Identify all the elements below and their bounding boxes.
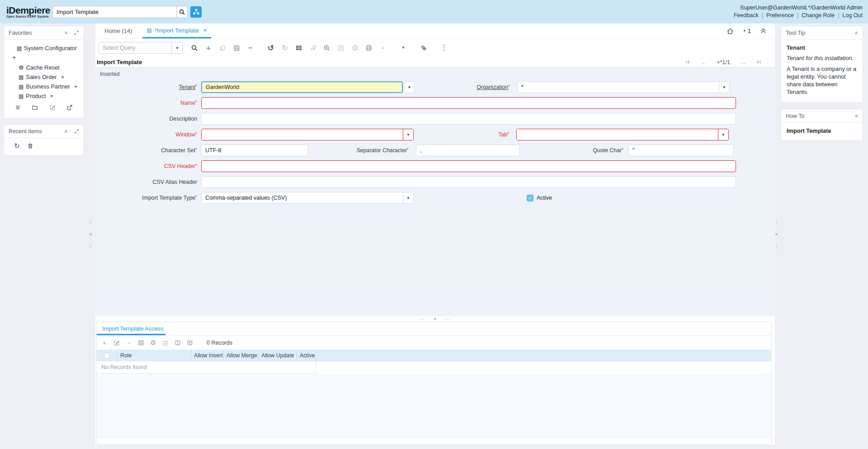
label-tag-icon[interactable] [420,44,428,52]
detail-toolbar: + − ⚙ 0 Records [97,336,771,350]
global-search-input[interactable] [52,6,176,18]
grid-toggle-icon[interactable] [295,44,303,52]
quote-char-label: Quote Char* [520,147,628,154]
description-field[interactable] [201,113,736,125]
tab-import-template[interactable]: ▤ *Import Template × [142,23,211,38]
chevron-down-icon[interactable]: ▼ [403,192,413,203]
first-record-icon[interactable] [684,59,690,65]
favorite-item-product[interactable]: ▤ Product + [7,91,81,101]
search-icon[interactable] [176,6,188,18]
feedback-link[interactable]: Feedback [734,12,759,19]
two-columns-icon[interactable] [174,339,181,346]
organization-field: ▼ [517,81,730,93]
chevron-down-icon[interactable]: ▼ [719,82,729,93]
window-icon: ▤ [146,27,151,33]
share-icon[interactable] [66,104,73,112]
chevron-down-icon[interactable]: ▼ [718,129,728,140]
new-record-icon[interactable]: + [101,339,108,346]
column-role[interactable]: Role [118,350,191,361]
next-record-icon[interactable]: → [740,59,746,66]
column-allow-update[interactable]: Allow Update [259,350,297,361]
zoom-across-icon[interactable] [323,44,331,52]
process-gear-icon[interactable]: ⚙ [150,339,157,346]
collapse-panel-icon[interactable]: ∧ [64,30,68,35]
column-active[interactable]: Active [297,350,316,361]
chevron-down-icon[interactable]: ▼ [404,81,415,93]
favorite-item-business-partner[interactable]: ▤ Business Partner + [7,82,81,91]
caret-up-icon[interactable]: ▲ [379,44,387,52]
expand-panel-icon[interactable] [74,129,79,134]
tenant-field[interactable] [201,81,403,93]
previous-record-icon[interactable]: ← [700,59,707,66]
tab-import-template-access[interactable]: Import Template Access [102,325,164,332]
chevron-double-down-icon[interactable] [15,104,21,112]
organization-input[interactable] [518,82,719,93]
collapse-all-icon[interactable] [760,28,767,34]
favorite-item-sales-order[interactable]: ▤ Sales Order + [7,72,81,82]
new-record-icon[interactable]: + [204,44,212,52]
attachment-icon[interactable] [309,44,317,52]
name-field[interactable] [201,97,736,109]
character-set-field[interactable] [201,145,308,156]
checklist-icon[interactable] [162,339,169,346]
add-favorite-icon[interactable]: + [7,53,81,63]
home-icon[interactable] [726,28,734,35]
save-icon[interactable] [232,44,241,52]
favorite-item-cache-reset[interactable]: ⚙ Cache Reset [7,63,81,72]
process-gear-icon[interactable]: ⚙ [351,44,359,52]
delete-record-icon[interactable]: − [125,339,132,346]
trash-icon[interactable] [27,143,33,150]
more-options-icon[interactable]: ⋮ [440,44,448,52]
select-all-checkbox[interactable] [104,353,110,359]
column-allow-insert[interactable]: Allow Insert [191,350,224,361]
user-area: SuperUser@GardenWorld.*/GardenWorld Admi… [734,4,863,19]
collapse-panel-icon[interactable]: ∧ [854,113,858,118]
active-checkbox[interactable]: ✓ Active [527,195,552,201]
folder-icon[interactable] [32,104,38,112]
chevron-down-icon[interactable]: ▼ [171,42,183,53]
window-input[interactable] [202,129,403,140]
left-splitter-handle[interactable]: ⋮◂⋮ [88,220,93,248]
collapse-panel-icon[interactable]: ∧ [64,129,68,134]
refresh-icon[interactable]: ↻ [281,44,289,52]
undo-icon[interactable]: ↺ [267,44,275,52]
tab-input[interactable] [517,129,718,140]
edit-icon[interactable] [113,339,120,346]
report-icon[interactable] [337,44,345,52]
logout-link[interactable]: Log Out [843,12,863,19]
csv-alias-header-field[interactable] [201,176,736,188]
select-query-input[interactable] [99,42,171,53]
desktop-count-dropdown[interactable]: ▼ 1 [743,28,751,34]
collapse-panel-icon[interactable]: ∧ [854,30,858,35]
change-role-link[interactable]: Change Role [802,12,835,19]
preference-link[interactable]: Preference [766,12,794,19]
close-tab-icon[interactable]: × [203,27,207,34]
tab-home[interactable]: Home (14) [100,23,136,38]
horizontal-splitter-handle[interactable]: ⋯ ▼ ⋯ [95,316,775,322]
grid-icon[interactable] [186,339,193,346]
chevron-down-icon[interactable]: ▼ [403,129,413,140]
save-icon[interactable] [137,339,145,346]
idempiere-logo[interactable]: iDempiere Open SourceERP System [6,6,50,18]
organization-label: Organization* [415,84,517,90]
window-label: Window* [95,131,201,138]
favorite-item-system-configurator[interactable]: ▤ System Configurator [7,43,81,53]
copy-record-icon[interactable] [218,44,226,52]
import-template-type-input[interactable] [202,192,403,203]
quote-char-field[interactable] [628,145,734,156]
menu-tree-icon[interactable] [190,6,202,18]
print-icon[interactable] [365,44,373,52]
find-record-icon[interactable] [190,44,198,52]
separator-character-field[interactable] [416,145,520,156]
new-record-icon[interactable]: + [50,93,53,99]
caret-down-icon[interactable]: ▼ [399,44,407,52]
new-record-icon[interactable]: + [61,74,65,80]
last-record-icon[interactable] [756,59,762,65]
csv-header-field[interactable] [201,160,736,172]
refresh-icon[interactable]: ↻ [14,143,20,150]
column-allow-merge[interactable]: Allow Merge [224,350,259,361]
expand-panel-icon[interactable] [74,30,79,35]
edit-icon[interactable] [49,104,56,112]
delete-record-icon[interactable]: − [246,44,255,52]
new-record-icon[interactable]: + [74,83,78,90]
